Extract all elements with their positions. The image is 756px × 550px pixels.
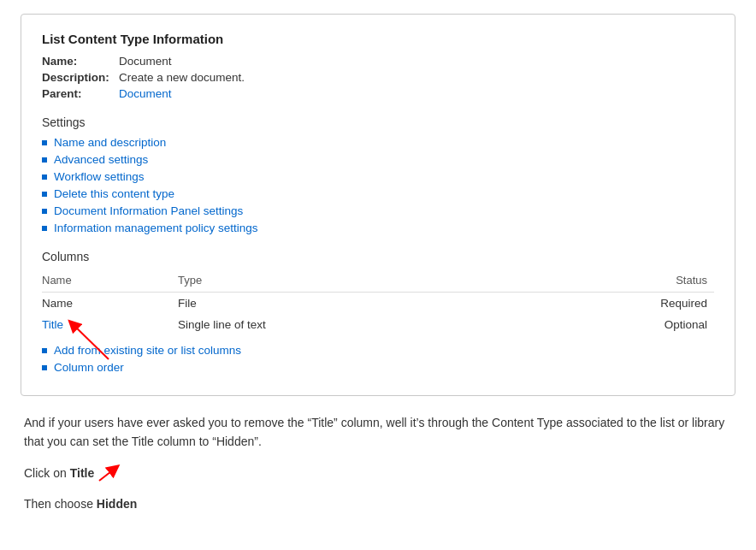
col-header-type: Type	[178, 270, 520, 293]
svg-line-0	[73, 324, 109, 359]
columns-heading: Columns	[42, 250, 714, 263]
name-value: Document	[119, 55, 172, 68]
svg-line-1	[99, 469, 115, 481]
col-cell-status: Required	[520, 293, 714, 315]
settings-link-workflow[interactable]: Workflow settings	[54, 170, 145, 183]
section-title: List Content Type Information	[42, 32, 714, 46]
content-box: List Content Type Information Name: Docu…	[21, 14, 735, 396]
title-column-link[interactable]: Title	[42, 318, 63, 331]
description-value: Create a new document.	[119, 71, 245, 84]
col-cell-type: File	[178, 293, 520, 315]
parent-link[interactable]: Document	[119, 87, 172, 100]
description-paragraph1: And if your users have ever asked you to…	[24, 413, 732, 452]
list-item: Document Information Panel settings	[42, 204, 714, 217]
list-item: Workflow settings	[42, 170, 714, 183]
columns-table: Name Type Status Name File Required Titl…	[42, 270, 714, 335]
description-label: Description:	[42, 71, 119, 84]
settings-heading: Settings	[42, 115, 714, 129]
settings-link-panel[interactable]: Document Information Panel settings	[54, 204, 243, 217]
then-instruction: Then choose Hidden	[24, 494, 732, 513]
description-row: Description: Create a new document.	[42, 71, 714, 84]
table-header-row: Name Type Status	[42, 270, 714, 293]
name-label: Name:	[42, 55, 119, 68]
settings-link-name-description[interactable]: Name and description	[54, 136, 166, 149]
page-container: List Content Type Information Name: Docu…	[0, 0, 756, 540]
list-item: Add from existing site or list columns	[42, 344, 714, 357]
paragraph1-text: And if your users have ever asked you to…	[24, 416, 724, 448]
bullet-icon	[42, 140, 47, 145]
columns-actions: Add from existing site or list columns C…	[42, 344, 714, 374]
col-header-status: Status	[520, 270, 714, 293]
list-item: Information management policy settings	[42, 222, 714, 234]
bullet-icon	[42, 157, 47, 163]
col-header-name: Name	[42, 270, 178, 293]
settings-section: Settings Name and description Advanced s…	[42, 115, 714, 234]
then-bold: Hidden	[97, 497, 137, 511]
columns-section: Columns Name Type Status Name File Requi…	[42, 250, 714, 374]
red-arrow-icon	[66, 312, 117, 364]
bullet-icon	[42, 348, 47, 353]
settings-link-policy[interactable]: Information management policy settings	[54, 222, 258, 234]
settings-list: Name and description Advanced settings W…	[42, 136, 714, 234]
bullet-icon	[42, 192, 47, 197]
list-item: Column order	[42, 361, 714, 374]
list-item: Name and description	[42, 136, 714, 149]
col-cell-name: Name	[42, 293, 178, 315]
click-bold: Title	[70, 466, 95, 480]
small-red-arrow-icon	[99, 465, 125, 482]
click-instruction: Click on Title	[24, 464, 732, 482]
description-section: And if your users have ever asked you to…	[21, 413, 735, 514]
table-row: Name File Required	[42, 293, 714, 315]
col-cell-type-title: Single line of text	[178, 314, 520, 335]
then-text: Then choose	[24, 497, 97, 511]
col-cell-name-title: Title	[42, 314, 178, 335]
list-item: Advanced settings	[42, 153, 714, 166]
col-cell-status-title: Optional	[520, 314, 714, 335]
info-table: Name: Document Description: Create a new…	[42, 55, 714, 100]
list-item: Delete this content type	[42, 187, 714, 200]
settings-link-delete[interactable]: Delete this content type	[54, 187, 174, 200]
bullet-icon	[42, 209, 47, 214]
bullet-icon	[42, 174, 47, 180]
click-text: Click on	[24, 466, 70, 480]
bullet-icon	[42, 365, 47, 370]
bullet-icon	[42, 226, 47, 231]
parent-row: Parent: Document	[42, 87, 714, 100]
info-section: List Content Type Information Name: Docu…	[42, 32, 714, 100]
name-row: Name: Document	[42, 55, 714, 68]
settings-link-advanced[interactable]: Advanced settings	[54, 153, 148, 166]
table-row: Title Single line of	[42, 314, 714, 335]
parent-label: Parent:	[42, 87, 119, 100]
